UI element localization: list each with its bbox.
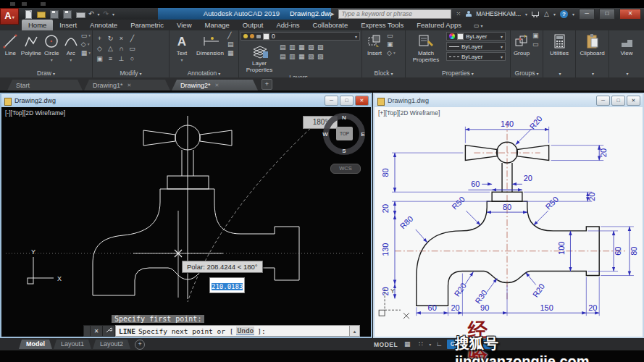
qat-customize-icon[interactable]: ▾ [112, 12, 114, 17]
match-properties-button[interactable]: Match Properties [407, 32, 445, 69]
erase-tool-icon[interactable]: ╱ [127, 33, 138, 43]
tab-parametric[interactable]: Parametric [124, 20, 170, 30]
polar-tracking-toggle-icon[interactable]: G [447, 340, 459, 349]
save-as-button[interactable] [62, 10, 72, 18]
panel-label-view[interactable]: ▾ [609, 69, 644, 77]
viewport-controls[interactable]: [-][Top][2D Wireframe] [5, 109, 65, 117]
model-space-indicator[interactable]: MODEL [374, 341, 398, 348]
circle-button[interactable]: Circle ▾ [43, 32, 61, 69]
tab-output[interactable]: Output [236, 20, 270, 30]
layout-tab-layout1[interactable]: Layout1 [54, 340, 91, 349]
mirror-tool-icon[interactable]: △ [105, 43, 116, 54]
dynamic-input-field[interactable]: 210.0183 [209, 277, 245, 293]
hatch-tool-icon[interactable]: ▦▾ [81, 49, 91, 57]
minimize-button[interactable]: ─ [596, 96, 610, 106]
plot-button[interactable] [75, 10, 85, 18]
drawing2-canvas[interactable]: [-][Top][2D Wireframe] [1, 107, 371, 337]
app-menu-button[interactable]: A▾ [0, 8, 19, 25]
explode-tool-icon[interactable]: ▭ [127, 43, 138, 54]
array-tool-icon[interactable]: ⊥ [116, 54, 127, 64]
compass-east[interactable]: E [361, 131, 364, 138]
offset-tool-icon[interactable]: ○ [127, 54, 138, 64]
new-file-button[interactable] [23, 10, 33, 18]
close-button[interactable]: ✕ [619, 9, 641, 20]
layer-select-dropdown[interactable]: 0 ▾ [241, 32, 360, 41]
dimension-button[interactable]: Dimension [194, 32, 226, 69]
command-input[interactable]: LINESpecify next point or [Undo]: [115, 325, 350, 337]
panel-label-utilities[interactable]: ▾ [543, 69, 575, 77]
drawing1-canvas[interactable]: [+][Top][2D Wireframe] [375, 107, 643, 337]
polar-dropdown-icon[interactable]: ▾ [461, 342, 463, 347]
search-input[interactable] [338, 9, 451, 19]
minimize-button[interactable]: ─ [579, 9, 595, 20]
command-bar-grip[interactable] [83, 325, 91, 337]
group-edit-icon[interactable]: ▭ [532, 41, 539, 49]
help-button[interactable]: ? [560, 10, 568, 18]
autodesk-apps-icon[interactable]: △ [544, 10, 549, 17]
tab-view[interactable]: View [170, 20, 198, 30]
layer-tool-icon[interactable]: ▤ [280, 43, 289, 52]
isodraft-toggle-icon[interactable]: ∠ [483, 340, 495, 349]
leader-tool-icon[interactable]: ╱ [227, 32, 234, 40]
polyline-button[interactable]: Polyline [21, 32, 41, 69]
file-tab-drawing2[interactable]: Drawing2*✕ [172, 80, 258, 90]
trim-tool-icon[interactable]: × [116, 33, 127, 43]
search-icon[interactable]: ⁙ [456, 11, 461, 17]
layer-tool-icon[interactable]: ▧ [308, 52, 317, 62]
line-button[interactable]: Line [1, 32, 20, 69]
maximize-button[interactable]: □ [599, 9, 615, 20]
block-attr-icon[interactable]: ◇▾ [387, 49, 396, 57]
close-button[interactable]: ✕ [355, 96, 369, 106]
layer-tool-icon[interactable]: ▧ [308, 43, 317, 52]
move-tool-icon[interactable]: + [94, 33, 105, 43]
close-icon[interactable]: ✕ [215, 83, 219, 88]
layer-tool-icon[interactable]: ▨ [317, 43, 327, 52]
layer-tool-icon[interactable]: ▦ [298, 52, 308, 62]
wcs-menu[interactable]: WCS [330, 164, 361, 174]
close-icon[interactable]: ✕ [91, 325, 103, 337]
apps-dropdown-icon[interactable]: ▾ [553, 12, 556, 17]
tab-featured-apps[interactable]: Featured Apps [410, 20, 468, 30]
layout-tab-model[interactable]: Model [19, 340, 52, 349]
rotate-tool-icon[interactable]: ↻ [105, 33, 116, 43]
stretch-tool-icon[interactable]: ▣ [94, 54, 105, 64]
tab-home[interactable]: Home [22, 20, 53, 30]
ribbon-minimize-button[interactable]: ▭▾ [474, 22, 483, 30]
edit-block-icon[interactable]: ▣ [387, 41, 396, 49]
maximize-button[interactable]: □ [340, 96, 354, 106]
panel-label-block[interactable]: Block▾ [362, 69, 405, 77]
snap-toggle-icon[interactable]: ∷ [415, 340, 427, 349]
user-dropdown-icon[interactable]: ▾ [525, 12, 527, 17]
minimize-button[interactable]: ─ [325, 96, 338, 106]
tab-express-tools[interactable]: Express Tools [354, 20, 410, 30]
compass-west[interactable]: W [322, 131, 328, 138]
layer-tool-icon[interactable]: ▥ [289, 52, 298, 62]
ortho-toggle-icon[interactable]: ∟ [433, 340, 445, 349]
panel-label-modify[interactable]: Modify▾ [93, 69, 169, 77]
new-tab-button[interactable]: + [262, 79, 272, 90]
linetype-dropdown[interactable]: ByLayer▾ [446, 52, 506, 61]
help-dropdown-icon[interactable]: ▾ [572, 12, 574, 17]
object-color-dropdown[interactable]: ByLayer▾ [446, 32, 506, 41]
file-tab-drawing1[interactable]: Drawing1*✕ [84, 80, 170, 90]
viewport-controls[interactable]: [+][Top][2D Wireframe] [378, 109, 440, 117]
command-history-expand-icon[interactable]: ▴ [350, 325, 360, 337]
redo-button[interactable]: ↷ [104, 10, 109, 18]
ellipse-tool-icon[interactable]: ◇▾ [81, 41, 91, 49]
markup-tool-icon[interactable]: ▦ [227, 49, 234, 57]
maximize-button[interactable]: □ [611, 96, 625, 106]
panel-label-properties[interactable]: Properties▾ [406, 69, 510, 77]
search-collapse-icon[interactable]: ▸ [331, 10, 335, 17]
copy-tool-icon[interactable]: ◇ [94, 43, 105, 54]
new-layout-button[interactable]: + [135, 340, 145, 350]
viewcube-top-face[interactable]: TOP [336, 127, 353, 140]
create-block-icon[interactable]: ▭ [387, 32, 396, 40]
clipboard-button[interactable]: Clipboard [578, 32, 607, 69]
utilities-button[interactable]: Utilities [545, 32, 573, 69]
tab-add-ins[interactable]: Add-ins [269, 20, 306, 30]
panel-label-draw[interactable]: Draw▾ [0, 69, 92, 77]
lineweight-dropdown[interactable]: ByLayer▾ [446, 42, 506, 51]
scale-tool-icon[interactable]: ≡ [105, 54, 116, 64]
tab-manage[interactable]: Manage [198, 20, 236, 30]
ungroup-icon[interactable]: ▣ [532, 32, 539, 40]
